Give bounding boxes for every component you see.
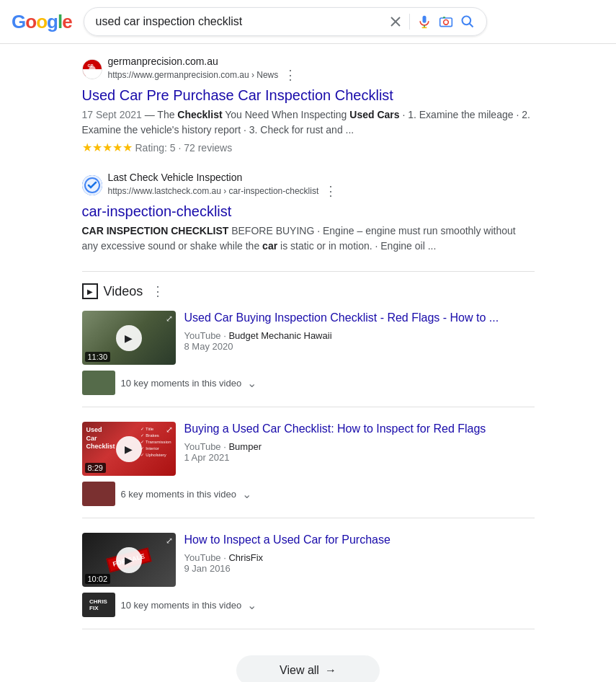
video1-moments-thumb [82,371,115,395]
result1-snippet: 17 Sept 2021 — The Checklist You Need Wh… [82,107,535,138]
rating-text: Rating: 5 · 72 reviews [135,142,233,154]
video2-title[interactable]: Buying a Used Car Checklist: How to Insp… [184,422,535,437]
site-text-1: germanprecision.com.au https://www.germa… [108,56,298,83]
site-name-1: germanprecision.com.au [108,56,298,67]
view-all-label: View all [280,664,319,677]
svg-point-8 [462,17,470,25]
view-all-arrow: → [325,664,336,677]
video2-top: ▶ UsedCarChecklist ✓ Title✓ Brakes✓ Tran… [82,422,535,476]
result1-menu-dots[interactable]: ⋮ [284,67,297,83]
video3-expand-moments[interactable]: ⌄ [247,598,256,612]
video3-moments-thumb: CHRISFIX [82,593,115,617]
camera-icon [439,14,453,29]
search-bar-icons [389,14,475,30]
svg-point-6 [443,20,448,25]
video-item-1: ▶ 11:30 ⤢ Used Car Buying Inspection Che… [82,311,535,407]
favicon-1: GP [82,59,102,79]
video3-meta: YouTube · ChrisFix 9 Jan 2016 [184,552,535,574]
result1-date: 17 Sept 2021 [82,109,142,120]
video1-expand-moments[interactable]: ⌄ [247,376,256,390]
clear-icon [389,15,402,28]
videos-section-title: Videos [104,284,143,299]
site-url-2: https://www.lastcheck.com.au › car-inspe… [108,183,338,199]
video2-moments-text: 6 key moments in this video [121,489,236,500]
video2-thumb-label: UsedCarChecklist [86,426,115,451]
video3-duration: 10:02 [85,574,111,584]
header: Google [0,0,616,44]
video3-play-button[interactable]: ▶ [116,547,142,573]
search-button[interactable] [460,14,475,29]
result1-rating: ★★★★★ Rating: 5 · 72 reviews [82,141,535,154]
video3-info: How to Inspect a Used Car for Purchase Y… [184,533,535,574]
video1-duration: 11:30 [85,352,111,362]
videos-section-icon: ▶ [82,283,98,299]
video1-top: ▶ 11:30 ⤢ Used Car Buying Inspection Che… [82,311,535,365]
video2-expand-icon[interactable]: ⤢ [166,425,173,435]
svg-text:GP: GP [87,63,93,68]
site-info-1: GP germanprecision.com.au https://www.ge… [82,56,535,83]
star-icons: ★★★★★ [82,141,133,154]
search-icon [460,14,475,29]
main-content: GP germanprecision.com.au https://www.ge… [71,44,546,682]
result2-snippet: CAR INSPECTION CHECKLIST BEFORE BUYING ·… [82,223,535,254]
result2-menu-dots[interactable]: ⋮ [324,183,337,199]
video1-moments-text: 10 key moments in this video [121,378,242,389]
video2-play-button[interactable]: ▶ [116,436,142,462]
videos-section: ▶ Videos ⋮ ▶ 11:30 ⤢ Used Car Buying Ins… [82,271,535,682]
video2-thumbnail[interactable]: ▶ UsedCarChecklist ✓ Title✓ Brakes✓ Tran… [82,422,176,476]
search-bar [84,7,487,36]
video1-meta: YouTube · Budget Mechanic Hawaii 8 May 2… [184,330,535,352]
video2-moments-thumb [82,482,115,506]
video1-title[interactable]: Used Car Buying Inspection Checklist - R… [184,311,535,326]
google-logo[interactable]: Google [12,11,72,33]
video2-duration: 8:29 [85,463,106,473]
video3-top: FOR SALE ▶ 10:02 ⤢ How to Inspect a Used… [82,533,535,587]
video1-play-button[interactable]: ▶ [116,325,142,351]
video2-info: Buying a Used Car Checklist: How to Insp… [184,422,535,463]
video2-moments: 6 key moments in this video ⌄ [82,482,535,506]
video-item-2: ▶ UsedCarChecklist ✓ Title✓ Brakes✓ Tran… [82,422,535,518]
video1-info: Used Car Buying Inspection Checklist - R… [184,311,535,352]
svg-rect-2 [422,16,426,23]
view-all-container: View all → [82,644,535,682]
site-name-2: Last Check Vehicle Inspection [108,172,338,183]
video2-expand-moments[interactable]: ⌄ [242,487,251,501]
video1-moments: 10 key moments in this video ⌄ [82,371,535,395]
video1-thumbnail[interactable]: ▶ 11:30 ⤢ [82,311,176,365]
voice-search-button[interactable] [417,14,432,29]
video-item-3: FOR SALE ▶ 10:02 ⤢ How to Inspect a Used… [82,533,535,629]
video3-thumbnail[interactable]: FOR SALE ▶ 10:02 ⤢ [82,533,176,587]
videos-header: ▶ Videos ⋮ [82,283,535,299]
svg-line-9 [469,24,473,27]
divider [409,14,410,30]
site-url-1: https://www.germanprecision.com.au › New… [108,67,298,83]
favicon-2 [82,175,102,195]
svg-rect-7 [442,17,445,18]
video3-moments: CHRISFIX 10 key moments in this video ⌄ [82,593,535,617]
video3-expand-icon[interactable]: ⤢ [166,536,173,546]
search-result-2: Last Check Vehicle Inspection https://ww… [82,172,535,254]
search-result-1: GP germanprecision.com.au https://www.ge… [82,56,535,154]
video1-expand-icon[interactable]: ⤢ [166,314,173,324]
result2-title[interactable]: car-inspection-checklist [82,202,535,221]
video3-title[interactable]: How to Inspect a Used Car for Purchase [184,533,535,548]
lens-button[interactable] [439,14,453,29]
video3-moments-text: 10 key moments in this video [121,600,242,611]
video2-meta: YouTube · Bumper 1 Apr 2021 [184,441,535,463]
result1-title[interactable]: Used Car Pre Purchase Car Inspection Che… [82,86,535,105]
search-input[interactable] [96,15,383,28]
mic-icon [417,14,432,29]
view-all-button[interactable]: View all → [236,655,380,682]
site-text-2: Last Check Vehicle Inspection https://ww… [108,172,338,199]
clear-button[interactable] [389,15,402,28]
site-info-2: Last Check Vehicle Inspection https://ww… [82,172,535,199]
videos-menu-dots[interactable]: ⋮ [151,283,164,299]
